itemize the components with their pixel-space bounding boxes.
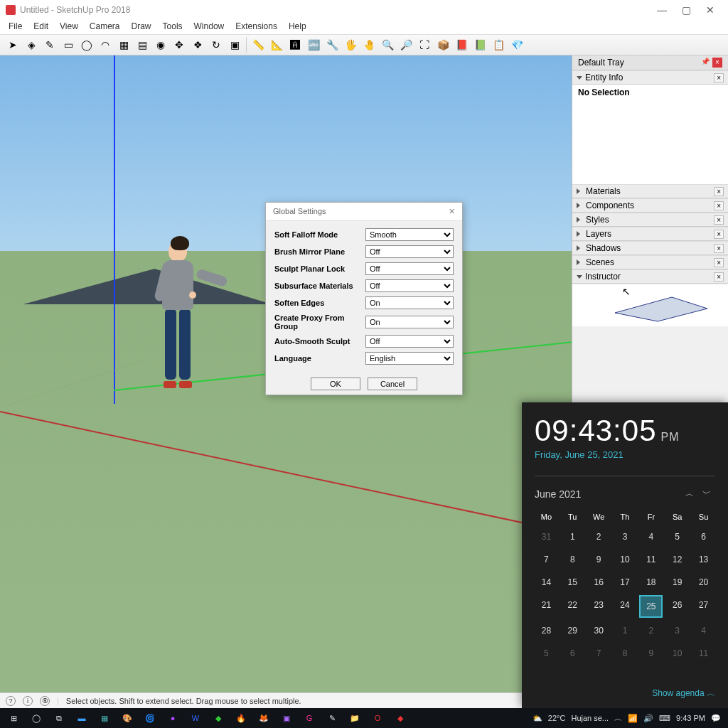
tool-6[interactable]: ▦ [115, 36, 132, 53]
dialog-close-icon[interactable]: ✕ [449, 207, 455, 216]
setting-select[interactable]: On [365, 296, 454, 309]
calendar-day[interactable]: 26 [665, 595, 689, 618]
tool-1[interactable]: ◈ [23, 36, 40, 53]
calendar-day[interactable]: 15 [561, 572, 584, 592]
calendar-day[interactable]: 25 [639, 595, 663, 618]
cancel-button[interactable]: Cancel [368, 378, 417, 390]
calendar-day[interactable]: 20 [692, 572, 715, 592]
panel-layers[interactable]: Layers× [572, 227, 728, 241]
calendar-day[interactable]: 8 [561, 550, 584, 569]
calendar-day[interactable]: 7 [535, 550, 558, 569]
menu-help[interactable]: Help [284, 20, 311, 34]
calendar-day[interactable]: 18 [639, 572, 663, 592]
clock-date[interactable]: Friday, June 25, 2021 [535, 449, 715, 460]
taskbar-app[interactable]: ▦ [94, 710, 115, 727]
setting-select[interactable]: Off [365, 262, 454, 275]
calendar-day[interactable]: 19 [665, 572, 689, 592]
calendar-day[interactable]: 9 [639, 643, 663, 663]
info-icon[interactable]: i [23, 696, 33, 706]
calendar-day[interactable]: 11 [692, 643, 715, 663]
calendar-day[interactable]: 5 [665, 527, 689, 547]
tool-2[interactable]: ✎ [41, 36, 58, 53]
calendar-day[interactable]: 24 [614, 595, 637, 618]
panel-close-icon[interactable]: × [714, 244, 724, 253]
taskbar-app[interactable]: 🌀 [139, 710, 161, 727]
menu-edit[interactable]: Edit [29, 20, 53, 34]
tool-5[interactable]: ◠ [97, 36, 114, 53]
taskbar-app[interactable]: ✎ [321, 710, 343, 727]
taskbar-app[interactable]: 🔥 [230, 710, 252, 727]
panel-shadows[interactable]: Shadows× [572, 241, 728, 255]
taskbar-app[interactable]: ▬ [71, 710, 92, 727]
menu-draw[interactable]: Draw [127, 20, 156, 34]
taskbar-app[interactable]: ◆ [390, 710, 411, 727]
taskbar-app[interactable]: ▣ [276, 710, 297, 727]
calendar-month[interactable]: June 2021 [535, 488, 681, 500]
tool-28[interactable]: 💎 [508, 36, 525, 53]
calendar-day[interactable]: 8 [614, 643, 637, 663]
setting-select[interactable]: English [365, 352, 454, 365]
calendar-next-icon[interactable]: ﹀ [698, 486, 715, 501]
tool-16[interactable]: 🅰 [287, 36, 304, 53]
menu-extensions[interactable]: Extensions [231, 20, 282, 34]
notifications-icon[interactable]: 💬 [711, 714, 721, 723]
calendar-day[interactable]: 28 [535, 621, 558, 641]
taskbar-app[interactable]: 🦊 [253, 710, 274, 727]
tool-4[interactable]: ◯ [78, 36, 95, 53]
tray-chevron-icon[interactable]: ︿ [614, 713, 622, 724]
panel-close-icon[interactable]: × [714, 73, 724, 82]
tool-22[interactable]: 🔎 [397, 36, 414, 53]
calendar-day[interactable]: 17 [614, 572, 637, 592]
panel-entity-info[interactable]: Entity Info × [572, 70, 728, 85]
minimize-button[interactable]: — [650, 4, 674, 16]
tool-7[interactable]: ▤ [134, 36, 151, 53]
menu-view[interactable]: View [55, 20, 82, 34]
tool-11[interactable]: ↻ [208, 36, 225, 53]
user-icon[interactable]: ⦿ [40, 696, 50, 706]
calendar-day[interactable]: 14 [535, 572, 558, 592]
calendar-day[interactable]: 16 [587, 572, 611, 592]
panel-close-icon[interactable]: × [714, 201, 724, 210]
taskbar-app[interactable]: G [299, 710, 320, 727]
start-button[interactable]: ⊞ [3, 710, 24, 727]
calendar-day[interactable]: 1 [614, 621, 637, 641]
panel-instructor[interactable]: Instructor× [572, 269, 728, 284]
calendar-day[interactable]: 10 [665, 643, 689, 663]
keyboard-icon[interactable]: ⌨ [659, 714, 670, 723]
tool-18[interactable]: 🔧 [323, 36, 341, 53]
calendar-day[interactable]: 31 [535, 527, 558, 547]
pin-icon[interactable]: 📌 [701, 58, 710, 68]
tool-23[interactable]: ⛶ [416, 36, 433, 53]
calendar-day[interactable]: 11 [639, 550, 663, 569]
calendar-day[interactable]: 7 [587, 643, 611, 663]
close-button[interactable]: ✕ [698, 4, 722, 16]
task-view-icon[interactable]: ⧉ [48, 710, 70, 727]
tool-14[interactable]: 📏 [250, 36, 267, 53]
taskbar-app[interactable]: 📁 [344, 710, 365, 727]
calendar-prev-icon[interactable]: ︿ [681, 486, 698, 501]
calendar-day[interactable]: 3 [614, 527, 637, 547]
system-tray[interactable]: ⛅ 22°C Hujan se... ︿ 📶 🔊 ⌨ 9:43 PM 💬 [528, 713, 725, 724]
tool-25[interactable]: 📕 [453, 36, 470, 53]
tool-26[interactable]: 📗 [471, 36, 488, 53]
calendar-day[interactable]: 21 [535, 595, 558, 618]
network-icon[interactable]: 📶 [628, 714, 638, 723]
setting-select[interactable]: Off [365, 279, 454, 292]
tray-header[interactable]: Default Tray 📌 × [572, 55, 728, 70]
panel-materials[interactable]: Materials× [572, 184, 728, 198]
tool-8[interactable]: ◉ [152, 36, 169, 53]
calendar-day[interactable]: 13 [692, 550, 715, 569]
calendar-day[interactable]: 2 [639, 621, 663, 641]
tool-15[interactable]: 📐 [268, 36, 285, 53]
tool-3[interactable]: ▭ [60, 36, 77, 53]
calendar-day[interactable]: 4 [639, 527, 663, 547]
taskbar-app[interactable]: 🎨 [117, 710, 138, 727]
calendar-day[interactable]: 3 [665, 621, 689, 641]
tool-9[interactable]: ✥ [171, 36, 188, 53]
ok-button[interactable]: OK [311, 378, 360, 390]
calendar-day[interactable]: 6 [561, 643, 584, 663]
panel-components[interactable]: Components× [572, 198, 728, 213]
calendar-day[interactable]: 9 [587, 550, 611, 569]
menu-camera[interactable]: Camera [85, 20, 124, 34]
tool-0[interactable]: ➤ [4, 36, 21, 53]
